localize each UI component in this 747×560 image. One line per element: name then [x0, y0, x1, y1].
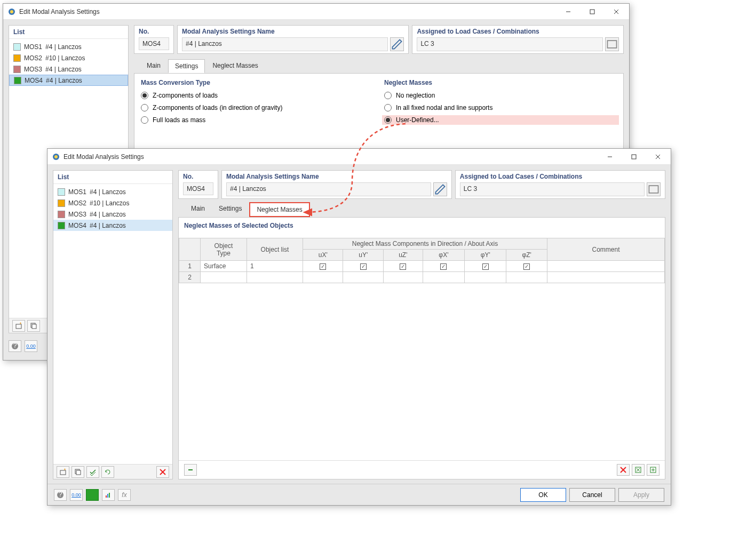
copy-item-button[interactable] — [27, 320, 40, 332]
edit-name-button[interactable] — [390, 37, 404, 51]
minimize-button[interactable] — [556, 4, 580, 19]
cell-object-list[interactable]: 1 — [247, 261, 303, 272]
help-button[interactable]: ? — [54, 489, 67, 501]
import-excel-button[interactable] — [647, 464, 659, 476]
table-opts-button[interactable] — [184, 464, 197, 476]
export-excel-button[interactable] — [632, 464, 645, 476]
help-button[interactable]: ? — [9, 340, 21, 352]
radio-z-components[interactable]: Z-components of loads — [141, 92, 374, 99]
new-item-button[interactable] — [57, 466, 69, 478]
col-object-list[interactable]: Object list — [247, 238, 303, 261]
tab-main[interactable]: Main — [185, 202, 211, 217]
no-value[interactable]: MOS4 — [183, 182, 213, 195]
svg-rect-32 — [107, 494, 108, 498]
tab-settings[interactable]: Settings — [212, 202, 248, 217]
title-bar: Edit Modal Analysis Settings — [47, 149, 671, 165]
col-uy[interactable]: uY' — [343, 250, 384, 261]
radio-icon — [141, 116, 148, 124]
cancel-button[interactable]: Cancel — [569, 488, 615, 502]
col-phiy[interactable]: φY' — [465, 250, 506, 261]
svg-rect-31 — [106, 495, 107, 498]
radio-z-components-gravity[interactable]: Z-components of loads (in direction of g… — [141, 104, 374, 111]
list-item[interactable]: MOS3 #4 | Lanczos — [9, 63, 128, 75]
cell-checkbox[interactable] — [465, 272, 506, 283]
chart-button[interactable] — [102, 489, 115, 501]
tab-neglect-masses[interactable]: Neglect Masses — [206, 59, 264, 73]
cell-object-list[interactable] — [247, 272, 303, 283]
check-all-button[interactable] — [86, 466, 99, 478]
name-field: Modal Analysis Settings Name #4 | Lanczo… — [177, 25, 409, 54]
new-item-button[interactable] — [12, 320, 25, 332]
col-object-type[interactable]: Object Type — [201, 238, 247, 261]
maximize-button[interactable] — [580, 4, 604, 19]
assigned-browse-button[interactable] — [647, 182, 661, 196]
cell-checkbox[interactable] — [303, 261, 343, 272]
svg-point-1 — [10, 10, 13, 13]
apply-button[interactable]: Apply — [618, 488, 664, 502]
color-swatch — [13, 54, 21, 62]
cell-checkbox[interactable] — [343, 272, 384, 283]
table-row[interactable]: 2 — [179, 272, 665, 283]
cell-checkbox[interactable] — [303, 272, 343, 283]
list-item[interactable]: MOS2 #10 | Lanczos — [53, 197, 172, 209]
units-button[interactable]: 0.00 — [70, 489, 83, 501]
edit-name-button[interactable] — [433, 182, 447, 196]
tab-neglect-masses[interactable]: Neglect Masses — [249, 202, 309, 217]
assigned-label: Assigned to Load Cases / Combinations — [417, 28, 619, 35]
minimize-button[interactable] — [598, 149, 622, 164]
checkbox-icon — [400, 263, 406, 270]
color-swatch — [58, 222, 65, 229]
table-row[interactable]: 1 Surface 1 — [179, 261, 665, 272]
copy-item-button[interactable] — [71, 466, 84, 478]
cell-checkbox[interactable] — [423, 272, 464, 283]
cell-object-type[interactable]: Surface — [201, 261, 247, 272]
list-item[interactable]: MOS4 #4 | Lanczos — [53, 220, 172, 231]
svg-rect-20 — [76, 470, 81, 475]
list-item[interactable]: MOS2 #10 | Lanczos — [9, 52, 128, 63]
cell-checkbox[interactable] — [423, 261, 464, 272]
col-comment[interactable]: Comment — [547, 238, 665, 261]
cell-checkbox[interactable] — [506, 272, 547, 283]
cell-object-type[interactable] — [201, 272, 247, 283]
list-item[interactable]: MOS1 #4 | Lanczos — [53, 186, 172, 197]
cell-checkbox[interactable] — [383, 272, 423, 283]
name-value[interactable]: #4 | Lanczos — [226, 182, 431, 196]
radio-user-defined[interactable]: User-Defined... — [382, 115, 619, 125]
list-item[interactable]: MOS4 #4 | Lanczos — [9, 75, 128, 86]
radio-full-loads[interactable]: Full loads as mass — [141, 116, 374, 124]
units-button[interactable]: 0.00 — [25, 340, 37, 352]
name-value[interactable]: #4 | Lanczos — [182, 37, 388, 51]
radio-fixed-supports[interactable]: In all fixed nodal and line supports — [384, 104, 617, 111]
color-button[interactable] — [86, 489, 99, 501]
col-uz[interactable]: uZ' — [383, 250, 423, 261]
tab-settings[interactable]: Settings — [168, 59, 205, 73]
assigned-browse-button[interactable] — [605, 37, 619, 51]
formula-button[interactable]: fx — [118, 489, 131, 501]
no-value[interactable]: MOS4 — [139, 37, 169, 50]
col-phiz[interactable]: φZ' — [506, 250, 547, 261]
cell-checkbox[interactable] — [383, 261, 423, 272]
cell-comment[interactable] — [547, 272, 665, 283]
cell-checkbox[interactable] — [506, 261, 547, 272]
tab-main[interactable]: Main — [140, 59, 167, 73]
no-label: No. — [139, 28, 169, 35]
radio-no-neglection[interactable]: No neglection — [384, 92, 617, 99]
col-ux[interactable]: uX' — [303, 250, 343, 261]
assigned-value[interactable]: LC 3 — [460, 182, 645, 196]
close-button[interactable] — [604, 4, 628, 19]
assigned-value[interactable]: LC 3 — [417, 37, 603, 51]
color-swatch — [58, 188, 65, 196]
cell-checkbox[interactable] — [465, 261, 506, 272]
cell-checkbox[interactable] — [343, 261, 384, 272]
list-item[interactable]: MOS3 #4 | Lanczos — [53, 209, 172, 220]
cell-comment[interactable] — [547, 261, 665, 272]
maximize-button[interactable] — [622, 149, 646, 164]
col-phix[interactable]: φX' — [423, 250, 464, 261]
table-delete-button[interactable] — [617, 464, 630, 476]
refresh-button[interactable] — [101, 466, 114, 478]
list-item[interactable]: MOS1 #4 | Lanczos — [9, 41, 128, 52]
close-button[interactable] — [646, 149, 670, 164]
delete-button[interactable] — [156, 466, 169, 478]
ok-button[interactable]: OK — [520, 488, 566, 502]
svg-rect-3 — [590, 10, 594, 14]
